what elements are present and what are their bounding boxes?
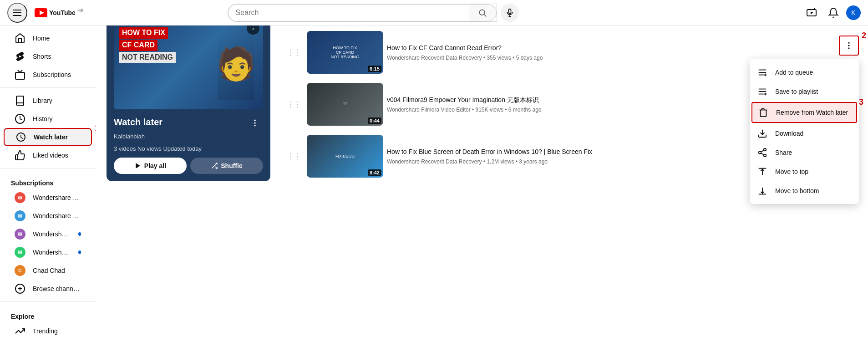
menu-item-remove-watch-later[interactable]: Remove from Watch later 3 (751, 102, 857, 123)
mic-button[interactable] (501, 4, 519, 22)
video-duration-3: 8:42 (368, 169, 381, 176)
playlist-add-icon (757, 87, 768, 97)
menu-item-save-to-playlist[interactable]: Save to playlist (750, 82, 859, 101)
menu-item-move-to-top[interactable]: Move to top (750, 162, 859, 181)
avatar[interactable]: K (846, 5, 861, 20)
divider-2 (0, 168, 96, 168)
sub-item-wondershare-repai[interactable]: W Wondershare Repai... (4, 207, 92, 225)
history-label: History (33, 115, 53, 122)
share-icon (757, 148, 768, 158)
sidebar-item-history[interactable]: History (4, 110, 92, 128)
library-icon (15, 95, 25, 106)
more-button-highlighted[interactable] (839, 36, 859, 56)
watch-later-badge-number: 1 (95, 123, 96, 133)
youtube-logo[interactable]: YouTube HK (35, 8, 84, 17)
sub-label-fa: Wondershare Fa... (33, 230, 71, 238)
history-icon (15, 113, 25, 124)
search-button[interactable] (469, 4, 497, 21)
notification-dot-dr (78, 250, 81, 254)
sidebar-item-shorts[interactable]: Shorts (4, 47, 92, 66)
queue-icon (757, 67, 768, 77)
top-nav: YouTube HK (0, 0, 868, 26)
shuffle-button[interactable]: Shuffle (190, 158, 263, 174)
download-icon (757, 128, 768, 138)
play-all-label: Play all (144, 162, 166, 169)
preview-text: HOW TO FIX CF CARD NOT READING (119, 27, 176, 63)
sub-avatar-fa: W (15, 229, 25, 240)
notifications-button[interactable] (824, 4, 843, 22)
person-image: 🧑 (218, 27, 254, 100)
home-label: Home (33, 35, 50, 42)
menu-label-share: Share (775, 149, 792, 156)
preview-line-2: CF CARD (119, 40, 157, 51)
drag-handle-3[interactable]: ⋮⋮ (285, 152, 303, 161)
subscriptions-label: Subscriptions (33, 71, 71, 78)
search-area (228, 4, 519, 22)
subscriptions-section-title: Subscriptions (0, 172, 96, 189)
sub-label-dr: Wondershare Dr... (33, 249, 71, 256)
svg-line-54 (761, 153, 764, 155)
playlist-panel: HOW TO FIX CF CARD NOT READING 🧑 › Watch… (107, 11, 270, 181)
hamburger-button[interactable] (7, 3, 27, 23)
playlist-preview: HOW TO FIX CF CARD NOT READING 🧑 › (114, 18, 263, 109)
sub-item-wondershare-dr[interactable]: W Wondershare Dr... (4, 243, 92, 261)
context-menu: 2 Add to queue Save to playlist (750, 59, 859, 204)
sub-item-browse-channels[interactable]: Browse channels (4, 280, 92, 298)
sub-avatar-repai: W (15, 210, 25, 221)
library-label: Library (33, 97, 52, 104)
play-all-button[interactable]: Play all (114, 158, 187, 174)
divider-3 (0, 301, 96, 302)
drag-handle-1[interactable]: ⋮⋮ (285, 48, 303, 57)
menu-item-share[interactable]: Share (750, 143, 859, 162)
sub-label-reco: Wondershare Reco... (33, 194, 81, 201)
playlist-meta: 3 videos No views Updated today (114, 145, 263, 152)
sub-avatar-dr: W (15, 247, 25, 258)
video-duration-2: 0:44 (368, 117, 381, 124)
menu-item-download[interactable]: Download (750, 124, 859, 143)
sidebar-item-subscriptions[interactable]: Subscriptions (4, 66, 92, 84)
svg-point-39 (848, 47, 849, 49)
svg-text:YouTube: YouTube (49, 9, 76, 16)
create-button[interactable] (802, 4, 821, 22)
sub-item-chad-chad[interactable]: C Chad Chad (4, 261, 92, 280)
menu-label-move-to-top: Move to top (775, 168, 808, 175)
sub-label-repai: Wondershare Repai... (33, 212, 81, 219)
svg-point-19 (254, 120, 255, 121)
menu-item-add-to-queue[interactable]: Add to queue (750, 63, 859, 82)
sidebar-item-library[interactable]: Library (4, 92, 92, 110)
menu-label-add-to-queue: Add to queue (775, 69, 813, 76)
video-title-1: How to Fix CF Card Cannot Read Error? (387, 44, 833, 53)
sub-item-wondershare-fa[interactable]: W Wondershare Fa... (4, 225, 92, 243)
liked-icon (15, 150, 25, 161)
menu-label-remove-watch-later: Remove from Watch later (776, 109, 848, 116)
video-duration-1: 6:15 (368, 66, 381, 72)
home-icon (15, 33, 25, 44)
nav-left: YouTube HK (7, 3, 84, 23)
menu-item-move-to-bottom[interactable]: Move to bottom (750, 181, 859, 200)
context-menu-badge-2: 2 (862, 31, 866, 41)
sub-avatar-reco: W (15, 192, 25, 203)
drag-handle-2[interactable]: ⋮⋮ (285, 100, 303, 109)
menu-label-move-to-bottom: Move to bottom (775, 187, 819, 194)
playlist-title: Watch later (114, 117, 162, 128)
svg-point-53 (764, 154, 766, 157)
nav-right: K (802, 4, 861, 22)
sidebar-item-home[interactable]: Home (4, 29, 92, 47)
menu-label-save-to-playlist: Save to playlist (775, 88, 818, 95)
browse-channels-icon (15, 283, 25, 294)
svg-point-52 (759, 151, 761, 154)
sidebar-item-liked-videos[interactable]: Liked videos (4, 146, 92, 164)
preview-line-3: NOT READING (119, 52, 176, 63)
sub-item-wondershare-reco[interactable]: W Wondershare Reco... (4, 189, 92, 207)
svg-marker-12 (811, 11, 813, 14)
explore-section-title: Explore (0, 306, 96, 321)
preview-thumbnail: HOW TO FIX CF CARD NOT READING 🧑 (114, 18, 263, 109)
playlist-more-button[interactable] (247, 115, 263, 131)
trash-icon (758, 107, 769, 117)
sidebar: Home Shorts Subscriptions Library (0, 26, 96, 321)
subscriptions-icon (15, 69, 25, 80)
video-info-1: How to Fix CF Card Cannot Read Error? Wo… (387, 44, 833, 61)
search-input[interactable] (228, 4, 469, 21)
sidebar-item-watch-later[interactable]: Watch later 1 (4, 128, 92, 146)
shorts-icon (15, 51, 25, 62)
